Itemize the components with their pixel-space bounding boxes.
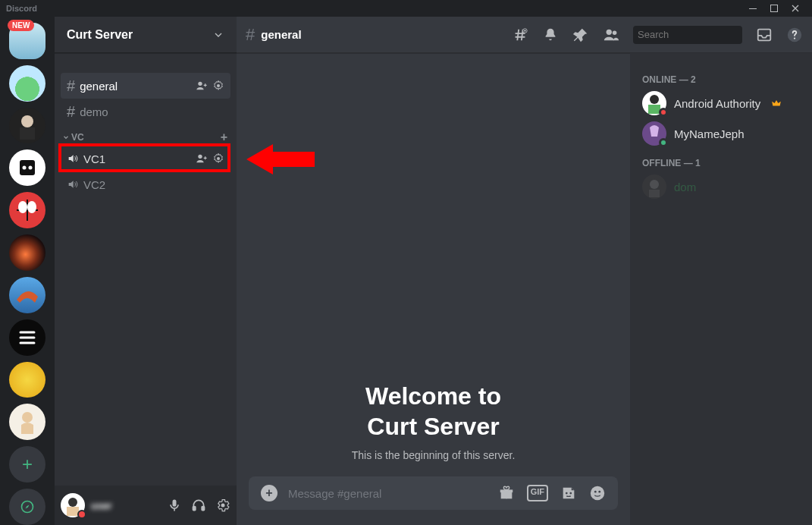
self-avatar[interactable] bbox=[61, 493, 85, 517]
voice-channel[interactable]: VC2 bbox=[61, 171, 230, 197]
pinned-icon[interactable] bbox=[572, 27, 589, 43]
invite-icon[interactable] bbox=[196, 152, 208, 165]
server-item[interactable] bbox=[9, 234, 45, 271]
svg-point-34 bbox=[598, 491, 600, 493]
create-channel-button[interactable]: + bbox=[221, 130, 227, 144]
members-offline-header: OFFLINE — 1 bbox=[636, 149, 806, 171]
welcome-title: Welcome to Curt Server bbox=[365, 381, 501, 442]
server-item[interactable] bbox=[9, 108, 45, 144]
threads-icon[interactable] bbox=[512, 27, 528, 43]
svg-rect-17 bbox=[173, 500, 177, 507]
channel-sidebar: Curt Server # general # demo VC + bbox=[55, 17, 237, 525]
message-input-placeholder[interactable]: Message #general bbox=[288, 487, 488, 500]
svg-point-23 bbox=[613, 30, 617, 35]
svg-point-30 bbox=[566, 492, 568, 495]
self-username: user bbox=[91, 500, 111, 511]
search-box[interactable] bbox=[633, 26, 742, 44]
svg-point-13 bbox=[198, 155, 202, 159]
hash-icon: # bbox=[67, 103, 75, 121]
svg-rect-3 bbox=[20, 127, 35, 140]
gift-icon[interactable] bbox=[498, 485, 515, 501]
chat-header: # general bbox=[237, 17, 812, 53]
server-item[interactable] bbox=[9, 277, 45, 313]
crown-icon bbox=[771, 98, 782, 108]
text-channel[interactable]: # demo bbox=[61, 99, 230, 124]
message-compose[interactable]: + Message #general GIF bbox=[249, 476, 618, 510]
svg-point-20 bbox=[221, 504, 225, 508]
channel-name: general bbox=[80, 80, 118, 93]
server-list: NEW + bbox=[0, 17, 55, 525]
svg-point-35 bbox=[650, 95, 659, 104]
server-item[interactable] bbox=[9, 149, 45, 186]
server-header[interactable]: Curt Server bbox=[55, 17, 237, 53]
channel-category[interactable]: VC + bbox=[61, 124, 230, 146]
svg-point-32 bbox=[591, 486, 604, 500]
sticker-icon[interactable] bbox=[560, 485, 577, 501]
mute-button[interactable] bbox=[167, 498, 182, 513]
chevron-down-icon bbox=[62, 134, 70, 141]
members-online-header: ONLINE — 2 bbox=[636, 65, 806, 88]
window-close-button[interactable] bbox=[785, 0, 806, 17]
svg-point-33 bbox=[594, 491, 597, 493]
server-item[interactable] bbox=[9, 192, 45, 228]
channel-name: VC1 bbox=[83, 152, 105, 165]
gif-button[interactable]: GIF bbox=[527, 485, 548, 501]
member-item[interactable]: dom bbox=[636, 171, 806, 202]
deafen-button[interactable] bbox=[191, 498, 206, 513]
server-name: Curt Server bbox=[67, 28, 133, 42]
window-minimize-button[interactable] bbox=[742, 0, 763, 17]
members-toggle-icon[interactable] bbox=[603, 27, 619, 43]
member-name: dom bbox=[674, 181, 696, 193]
emoji-icon[interactable] bbox=[589, 485, 606, 501]
svg-point-15 bbox=[68, 498, 77, 507]
svg-rect-1 bbox=[771, 5, 778, 12]
hash-icon: # bbox=[67, 77, 75, 95]
gear-icon[interactable] bbox=[212, 152, 224, 165]
avatar bbox=[642, 91, 666, 115]
svg-point-31 bbox=[569, 492, 572, 495]
svg-rect-38 bbox=[649, 190, 660, 197]
invite-icon[interactable] bbox=[196, 80, 208, 92]
member-name: Android Authority bbox=[674, 97, 760, 110]
svg-point-27 bbox=[794, 37, 795, 39]
svg-point-8 bbox=[27, 201, 36, 213]
member-item[interactable]: Android Authority bbox=[636, 88, 806, 118]
svg-point-6 bbox=[29, 166, 33, 170]
add-server-button[interactable]: + bbox=[9, 446, 45, 483]
window-maximize-button[interactable] bbox=[763, 0, 785, 17]
gear-icon[interactable] bbox=[212, 80, 224, 92]
status-online-icon bbox=[659, 138, 668, 147]
svg-point-5 bbox=[23, 166, 27, 170]
search-input[interactable] bbox=[638, 29, 765, 40]
server-item[interactable] bbox=[9, 362, 45, 398]
svg-point-37 bbox=[650, 180, 659, 189]
voice-channel[interactable]: VC1 bbox=[61, 146, 230, 171]
text-channel[interactable]: # general bbox=[61, 73, 230, 99]
status-dnd-icon bbox=[659, 108, 668, 117]
svg-point-7 bbox=[18, 201, 27, 213]
channel-name: demo bbox=[80, 105, 108, 118]
messages-area: Welcome to Curt Server This is the begin… bbox=[237, 53, 630, 476]
server-item[interactable] bbox=[9, 65, 45, 102]
server-item[interactable] bbox=[9, 404, 45, 440]
help-icon[interactable] bbox=[786, 27, 803, 43]
chevron-down-icon bbox=[212, 29, 224, 41]
svg-point-14 bbox=[217, 157, 220, 160]
explore-servers-button[interactable] bbox=[9, 489, 45, 525]
new-badge: NEW bbox=[8, 20, 34, 31]
header-channel-name: general bbox=[261, 28, 301, 41]
annotation-arrow-icon bbox=[246, 144, 315, 174]
svg-rect-4 bbox=[20, 160, 35, 175]
avatar bbox=[642, 121, 666, 146]
hash-icon: # bbox=[246, 25, 255, 45]
member-item[interactable]: MyNameJeph bbox=[636, 118, 806, 149]
svg-rect-18 bbox=[193, 507, 196, 511]
inbox-icon[interactable] bbox=[756, 27, 773, 43]
notifications-icon[interactable] bbox=[542, 27, 559, 43]
svg-point-12 bbox=[217, 84, 220, 87]
settings-button[interactable] bbox=[215, 498, 230, 513]
avatar bbox=[642, 174, 666, 199]
server-item[interactable] bbox=[9, 319, 45, 356]
svg-rect-19 bbox=[202, 507, 204, 511]
attach-button[interactable]: + bbox=[261, 485, 277, 501]
